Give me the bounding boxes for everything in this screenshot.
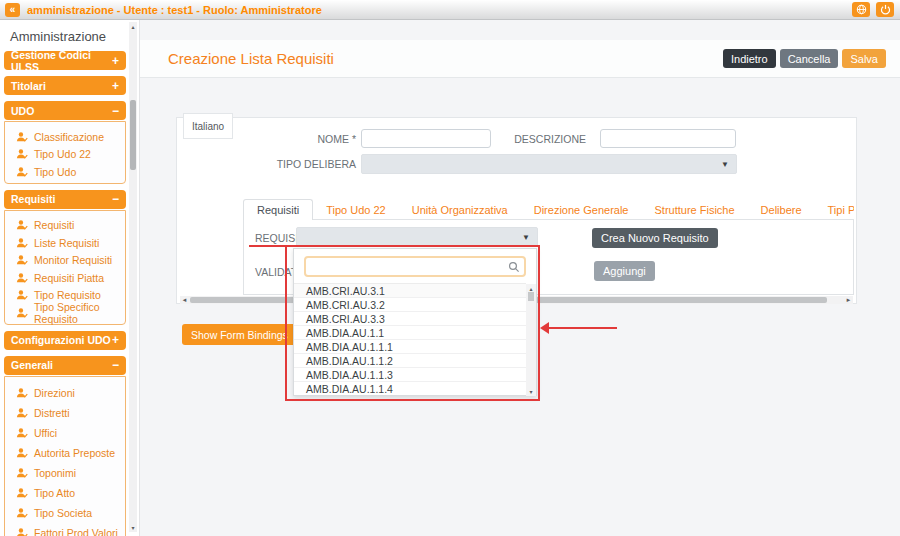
- descrizione-label: DESCRIZIONE: [477, 133, 586, 145]
- dropdown-option[interactable]: AMB.CRI.AU.3.3: [294, 312, 526, 326]
- sidebar-section-configurazioni-udo[interactable]: Configurazioni UDO +: [4, 331, 126, 350]
- page-actions: Indietro Cancella Salva: [723, 49, 886, 68]
- search-icon: [508, 261, 520, 273]
- sidebar-item-requisiti[interactable]: Requisiti: [5, 217, 125, 235]
- sidebar-item-monitor-requisiti[interactable]: Monitor Requisiti: [5, 252, 125, 270]
- tab-delibere[interactable]: Delibere: [748, 200, 815, 220]
- show-form-bindings-button[interactable]: Show Form Bindings: [182, 324, 297, 345]
- plus-icon: +: [112, 334, 119, 346]
- dropdown-scrollbar-thumb[interactable]: [528, 292, 534, 301]
- dropdown-option[interactable]: AMB.DIA.AU.1.1.4: [294, 382, 526, 395]
- globe-button[interactable]: [852, 2, 870, 17]
- aggiungi-button[interactable]: Aggiungi: [594, 261, 655, 281]
- user-icon: [16, 289, 28, 301]
- sidebar-scrollbar[interactable]: ▴ ▾: [129, 22, 137, 532]
- user-icon: [16, 447, 28, 459]
- user-icon: [16, 407, 28, 419]
- content-body: Italiano NOME * DESCRIZIONE TIPO DELIBER…: [140, 78, 900, 536]
- tab-direzione-generale[interactable]: Direzione Generale: [521, 200, 642, 220]
- plus-icon: +: [112, 55, 119, 67]
- user-icon: [16, 467, 28, 479]
- user-icon: [16, 254, 28, 266]
- dropdown-scrollbar[interactable]: ▴ ▾: [526, 284, 536, 396]
- sidebar-item-uffici[interactable]: Uffici: [5, 423, 125, 443]
- tab-requisiti[interactable]: Requisiti: [243, 199, 313, 220]
- salva-button[interactable]: Salva: [842, 49, 886, 68]
- scroll-right-icon[interactable]: ►: [844, 296, 853, 304]
- crea-nuovo-requisito-button[interactable]: Crea Nuovo Requisito: [592, 228, 718, 248]
- user-icon: [16, 219, 28, 231]
- dropdown-option[interactable]: AMB.DIA.AU.1.1.3: [294, 368, 526, 382]
- tab-unita-organizzativa[interactable]: Unità Organizzativa: [399, 200, 521, 220]
- sidebar-title: Amministrazione: [0, 20, 131, 51]
- sidebar-item-tipo-societa[interactable]: Tipo Societa: [5, 503, 125, 523]
- tipo-delibera-label: TIPO DELIBERA: [177, 158, 356, 170]
- dropdown-option[interactable]: AMB.DIA.AU.1.1.2: [294, 354, 526, 368]
- sidebar-collapse-button[interactable]: «: [5, 3, 20, 17]
- sidebar-section-requisiti[interactable]: Requisiti −: [4, 190, 126, 209]
- sidebar: Amministrazione Gestione Codici ULSS + T…: [0, 20, 140, 536]
- globe-icon: [856, 4, 867, 15]
- language-tab-italiano[interactable]: Italiano: [183, 113, 233, 139]
- chevron-down-icon: ▼: [522, 233, 530, 242]
- logout-button[interactable]: [876, 2, 894, 17]
- requisiti-dropdown-panel: AMB.CRI.AU.3.1AMB.CRI.AU.3.2AMB.CRI.AU.3…: [293, 248, 537, 396]
- nome-input[interactable]: [361, 129, 491, 148]
- power-icon: [880, 4, 891, 15]
- sidebar-section-generali[interactable]: Generali −: [4, 356, 126, 375]
- tab-tipi-procedimento-settore[interactable]: Tipi Procedimento Settore: [815, 200, 854, 220]
- scroll-up-icon[interactable]: ▴: [526, 285, 536, 292]
- sidebar-item-requisiti-piatta[interactable]: Requisiti Piatta: [5, 269, 125, 287]
- user-icon: [16, 387, 28, 399]
- tab-tipo-udo-22[interactable]: Tipo Udo 22: [313, 200, 399, 220]
- descrizione-input[interactable]: [600, 129, 736, 148]
- sidebar-scrollbar-thumb[interactable]: [130, 100, 136, 170]
- sidebar-item-direzioni[interactable]: Direzioni: [5, 383, 125, 403]
- sidebar-item-classificazione[interactable]: Classificazione: [5, 128, 125, 146]
- sidebar-item-tipo-udo[interactable]: Tipo Udo: [5, 163, 125, 181]
- sidebar-sections: Gestione Codici ULSS + Titolari + UDO − …: [0, 51, 131, 536]
- dropdown-option[interactable]: AMB.DIA.AU.1.1.1: [294, 340, 526, 354]
- dropdown-option[interactable]: AMB.DIA.AU.1.1: [294, 326, 526, 340]
- scroll-up-icon[interactable]: ▴: [129, 23, 137, 30]
- user-icon: [16, 527, 28, 536]
- page-title: Creazione Lista Requisiti: [168, 50, 334, 67]
- minus-icon: −: [112, 105, 119, 117]
- top-header: « amministrazione - Utente : test1 - Ruo…: [0, 0, 900, 20]
- chevron-down-icon: ▼: [721, 160, 729, 169]
- sidebar-item-tipo-atto[interactable]: Tipo Atto: [5, 483, 125, 503]
- sidebar-section-udo[interactable]: UDO −: [4, 101, 126, 120]
- sidebar-item-autorita-preposte[interactable]: Autorita Preposte: [5, 443, 125, 463]
- sidebar-section-items: Requisiti Liste Requisiti Monitor Requis…: [4, 210, 126, 325]
- sidebar-section-gestione-codici-ulss[interactable]: Gestione Codici ULSS +: [4, 51, 126, 70]
- scroll-left-icon[interactable]: ◄: [180, 296, 189, 304]
- dropdown-option[interactable]: AMB.CRI.AU.3.2: [294, 298, 526, 312]
- user-icon: [16, 166, 28, 178]
- sidebar-item-liste-requisiti[interactable]: Liste Requisiti: [5, 234, 125, 252]
- minus-icon: −: [112, 193, 119, 205]
- scroll-down-icon[interactable]: ▾: [526, 388, 536, 395]
- dropdown-search-input[interactable]: [304, 256, 526, 277]
- sidebar-item-distretti[interactable]: Distretti: [5, 403, 125, 423]
- user-icon: [16, 272, 28, 284]
- sidebar-item-fattori-prod-valori[interactable]: Fattori Prod Valori: [5, 523, 125, 536]
- user-icon: [16, 148, 28, 160]
- sidebar-item-tipo-udo-22[interactable]: Tipo Udo 22: [5, 146, 125, 164]
- sidebar-item-toponimi[interactable]: Toponimi: [5, 463, 125, 483]
- scroll-down-icon[interactable]: ▾: [129, 524, 137, 531]
- annotation-red-arrow: [548, 327, 617, 329]
- user-icon: [16, 427, 28, 439]
- sidebar-section-titolari[interactable]: Titolari +: [4, 76, 126, 95]
- requisiti-select[interactable]: ▼: [296, 227, 538, 247]
- user-icon: [16, 307, 28, 319]
- tab-strutture-fisiche[interactable]: Strutture Fisiche: [642, 200, 748, 220]
- indietro-button[interactable]: Indietro: [723, 49, 776, 68]
- dropdown-options-list: AMB.CRI.AU.3.1AMB.CRI.AU.3.2AMB.CRI.AU.3…: [294, 283, 526, 395]
- plus-icon: +: [112, 80, 119, 92]
- dropdown-option[interactable]: AMB.CRI.AU.3.1: [294, 284, 526, 298]
- sidebar-section-items: Direzioni Distretti Uffici Autorita Prep…: [4, 376, 126, 536]
- cancella-button[interactable]: Cancella: [780, 49, 839, 68]
- title-bar: Creazione Lista Requisiti Indietro Cance…: [140, 40, 900, 78]
- tipo-delibera-select[interactable]: ▼: [361, 154, 737, 174]
- sidebar-item-tipo-specifico-requisito[interactable]: Tipo Specifico Requisito: [5, 304, 125, 322]
